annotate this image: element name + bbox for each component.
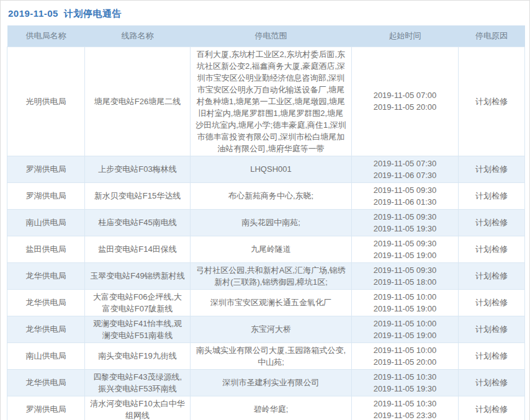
table-row: 龙华供电局 玉翠变电站F49锦绣新村线 弓村社区公园,共和新村A区,汇海广场,锦… bbox=[7, 262, 525, 289]
scope-cell: LHQSH001 bbox=[191, 156, 352, 182]
start-time: 2019-11-05 09:30 bbox=[357, 238, 453, 249]
outage-table: 供电局名称 线路名称 停电范围 起始时间 停电原因 光明供电局 塘尾变电站F26… bbox=[7, 25, 525, 420]
end-time: 2019-11-05 18:00 bbox=[357, 276, 453, 288]
end-time: 2019-11-05 20:00 bbox=[357, 356, 453, 368]
end-time: 2019-11-05 19:00 bbox=[357, 329, 453, 341]
line-cell: 桂庙变电站F45南电线 bbox=[85, 209, 191, 236]
scope-cell: 九尾岭隧道 bbox=[191, 236, 352, 262]
table-row: 罗湖供电局 清水河变电站F10太白中华组网线 碧岭华庭; 2019-11-05 … bbox=[7, 396, 525, 420]
start-time: 2019-11-05 09:30 bbox=[357, 211, 453, 223]
end-time: 2019-11-05 19:30 bbox=[357, 383, 453, 395]
scope-cell: 碧岭华庭; bbox=[191, 396, 352, 420]
time-cell: 2019-11-05 10:30 2019-11-05 19:30 bbox=[352, 369, 459, 396]
notice-date: 2019-11-05 bbox=[8, 8, 58, 19]
start-time: 2019-11-05 10:00 bbox=[357, 344, 453, 356]
end-time: 2019-11-05 19:00 bbox=[357, 303, 453, 315]
column-header-reason: 停电原因 bbox=[459, 25, 525, 47]
reason-cell: 计划检修 bbox=[459, 342, 525, 369]
header-row: 供电局名称 线路名称 停电范围 起始时间 停电原因 bbox=[7, 25, 525, 47]
bureau-cell: 龙华供电局 bbox=[7, 369, 85, 396]
table-row: 龙华供电局 四黎变电站F43茂绿源线,振兴变电站F53环南线 深圳市圣建利实业有… bbox=[7, 369, 525, 396]
time-cell: 2019-11-05 09:30 2019-11-05 18:00 bbox=[352, 262, 459, 289]
reason-cell: 计划检修 bbox=[459, 369, 525, 396]
scope-cell: 东宝河大桥 bbox=[191, 316, 352, 342]
outage-table-header: 供电局名称 线路名称 停电范围 起始时间 停电原因 bbox=[7, 25, 525, 47]
start-time: 2019-11-05 07:30 bbox=[357, 158, 453, 169]
reason-cell: 计划检修 bbox=[459, 182, 525, 209]
start-time: 2019-11-05 10:30 bbox=[357, 398, 453, 409]
time-cell: 2019-11-05 09:30 2019-11-05 19:30 bbox=[352, 209, 459, 236]
scope-cell: 深圳市宝安区观澜长通五金氧化厂 bbox=[191, 289, 352, 316]
column-header-start-time: 起始时间 bbox=[352, 25, 459, 47]
bureau-cell: 龙华供电局 bbox=[7, 262, 85, 289]
time-cell: 2019-11-05 07:30 2019-11-06 07:30 bbox=[352, 156, 459, 182]
reason-cell: 计划检修 bbox=[459, 236, 525, 262]
bureau-cell: 罗湖供电局 bbox=[7, 156, 85, 182]
end-time: 2019-11-05 20:00 bbox=[357, 101, 453, 113]
end-time: 2019-11-06 07:30 bbox=[357, 169, 453, 181]
end-time: 2019-11-05 19:30 bbox=[357, 223, 453, 235]
bureau-cell: 南山供电局 bbox=[7, 209, 85, 236]
table-row: 盐田供电局 盐田变电站F14田保线 九尾岭隧道 2019-11-05 09:30… bbox=[7, 236, 525, 262]
time-cell: 2019-11-05 09:30 2019-11-06 01:30 bbox=[352, 182, 459, 209]
bureau-cell: 罗湖供电局 bbox=[7, 182, 85, 209]
bureau-cell: 罗湖供电局 bbox=[7, 396, 85, 420]
scope-cell: 南头城实业有限公司大厦,玉园路箱式公变,中山苑; bbox=[191, 342, 352, 369]
end-time: 2019-11-06 01:30 bbox=[357, 196, 453, 208]
line-cell: 清水河变电站F10太白中华组网线 bbox=[85, 396, 191, 420]
scope-cell: 深圳市圣建利实业有限公司 bbox=[191, 369, 352, 396]
bureau-cell: 龙华供电局 bbox=[7, 289, 85, 316]
table-row: 南山供电局 桂庙变电站F45南电线 南头花园中南苑; 2019-11-05 09… bbox=[7, 209, 525, 236]
line-cell: 观澜变电站F41怡丰线,观澜变电站F51南巷线 bbox=[85, 316, 191, 342]
end-time: 2019-11-05 23:30 bbox=[357, 409, 453, 420]
bureau-cell: 南山供电局 bbox=[7, 342, 85, 369]
reason-cell: 计划检修 bbox=[459, 262, 525, 289]
table-row: 龙华供电局 观澜变电站F41怡丰线,观澜变电站F51南巷线 东宝河大桥 2019… bbox=[7, 316, 525, 342]
outage-table-body: 光明供电局 塘尾变电站F26塘尾二线 百利大厦,东坑村工业区2,东坑村委后面,东… bbox=[7, 47, 525, 420]
line-cell: 盐田变电站F14田保线 bbox=[85, 236, 191, 262]
time-cell: 2019-11-05 10:30 2019-11-05 23:30 bbox=[352, 396, 459, 420]
time-cell: 2019-11-05 10:00 2019-11-05 19:00 bbox=[352, 316, 459, 342]
bureau-cell: 盐田供电局 bbox=[7, 236, 85, 262]
line-cell: 四黎变电站F43茂绿源线,振兴变电站F53环南线 bbox=[85, 369, 191, 396]
time-cell: 2019-11-05 10:00 2019-11-05 20:00 bbox=[352, 342, 459, 369]
line-cell: 新水贝变电站F15华达线 bbox=[85, 182, 191, 209]
line-cell: 塘尾变电站F26塘尾二线 bbox=[85, 47, 191, 156]
line-cell: 玉翠变电站F49锦绣新村线 bbox=[85, 262, 191, 289]
start-time: 2019-11-05 10:00 bbox=[357, 318, 453, 329]
reason-cell: 计划检修 bbox=[459, 47, 525, 156]
outage-notice-page: 2019-11-05计划停电通告 供电局名称 线路名称 停电范围 起始时间 停电… bbox=[1, 1, 529, 420]
column-header-bureau: 供电局名称 bbox=[7, 25, 85, 47]
scope-cell: 百利大厦,东坑村工业区2,东坑村委后面,东坑社区新公变2,福鑫商务大厦,豪庭酒店… bbox=[191, 47, 352, 156]
line-cell: 南头变电站F19九街线 bbox=[85, 342, 191, 369]
end-time: 2019-11-05 19:00 bbox=[357, 249, 453, 261]
reason-cell: 计划检修 bbox=[459, 209, 525, 236]
line-cell: 上步变电站F03梅林线 bbox=[85, 156, 191, 182]
start-time: 2019-11-05 10:30 bbox=[357, 371, 453, 383]
reason-cell: 计划检修 bbox=[459, 289, 525, 316]
scope-cell: 弓村社区公园,共和新村A区,汇海广场,锦绣新村(三联路),锦绣御园,樟坑1区; bbox=[191, 262, 352, 289]
table-row: 罗湖供电局 上步变电站F03梅林线 LHQSH001 2019-11-05 07… bbox=[7, 156, 525, 182]
table-row: 南山供电局 南头变电站F19九街线 南头城实业有限公司大厦,玉园路箱式公变,中山… bbox=[7, 342, 525, 369]
table-row: 光明供电局 塘尾变电站F26塘尾二线 百利大厦,东坑村工业区2,东坑村委后面,东… bbox=[7, 47, 525, 156]
start-time: 2019-11-05 10:00 bbox=[357, 291, 453, 303]
bureau-cell: 龙华供电局 bbox=[7, 316, 85, 342]
start-time: 2019-11-05 09:30 bbox=[357, 264, 453, 276]
column-header-scope: 停电范围 bbox=[191, 25, 352, 47]
page-title: 2019-11-05计划停电通告 bbox=[7, 7, 524, 25]
notice-title-text: 计划停电通告 bbox=[64, 8, 122, 19]
reason-cell: 计划检修 bbox=[459, 156, 525, 182]
scope-cell: 布心新苑商务中心,东晓; bbox=[191, 182, 352, 209]
reason-cell: 计划检修 bbox=[459, 396, 525, 420]
table-row: 罗湖供电局 新水贝变电站F15华达线 布心新苑商务中心,东晓; 2019-11-… bbox=[7, 182, 525, 209]
start-time: 2019-11-05 07:00 bbox=[357, 89, 453, 101]
bureau-cell: 光明供电局 bbox=[7, 47, 85, 156]
time-cell: 2019-11-05 09:30 2019-11-05 19:00 bbox=[352, 236, 459, 262]
time-cell: 2019-11-05 10:00 2019-11-05 19:00 bbox=[352, 289, 459, 316]
reason-cell: 计划检修 bbox=[459, 316, 525, 342]
line-cell: 大富变电站F06企坪线,大富变电站F07陂新线 bbox=[85, 289, 191, 316]
start-time: 2019-11-05 09:30 bbox=[357, 184, 453, 196]
time-cell: 2019-11-05 07:00 2019-11-05 20:00 bbox=[352, 47, 459, 156]
column-header-line: 线路名称 bbox=[85, 25, 191, 47]
table-row: 龙华供电局 大富变电站F06企坪线,大富变电站F07陂新线 深圳市宝安区观澜长通… bbox=[7, 289, 525, 316]
